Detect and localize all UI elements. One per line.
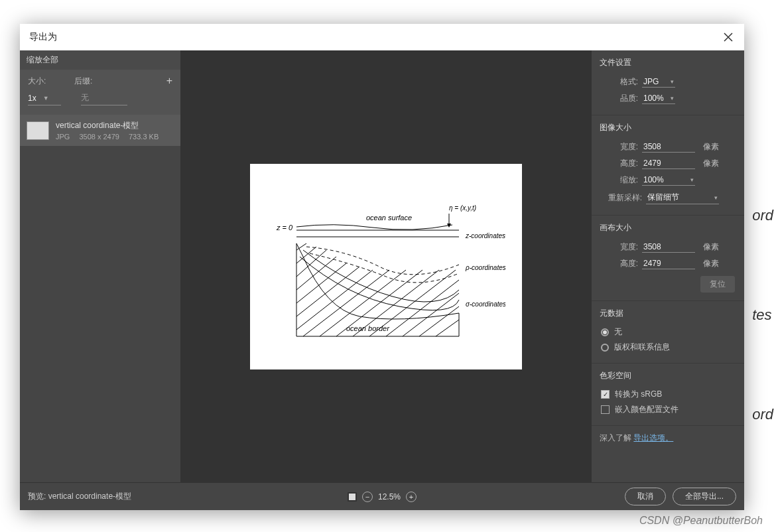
close-button[interactable] [722,31,735,44]
svg-line-24 [436,320,459,336]
preview-area: z = 0 ocean surface η = (x,y,t) z-coordi… [180,50,592,482]
asset-format: JPG [56,133,70,141]
dialog-footer: 预览: vertical coordinate-模型 − 12.5% + 取消 … [20,482,744,510]
zoom-controls: − 12.5% + [348,492,417,502]
learn-more-link[interactable]: 导出选项。 [633,433,673,442]
asset-dimensions: 3508 x 2479 [79,133,119,141]
image-width-input[interactable]: 3508 [642,141,695,153]
add-scale-button[interactable]: + [166,75,172,87]
svg-text:ocean border: ocean border [346,324,390,332]
chevron-down-icon: ▾ [671,95,674,101]
zoom-value: 12.5% [378,492,401,501]
radio-icon [601,328,609,336]
image-scale-select[interactable]: 100%▾ [642,174,695,186]
svg-text:ocean surface: ocean surface [366,214,412,222]
asset-name: vertical coordinate-模型 [56,120,174,131]
checkbox-icon [601,405,610,414]
checkbox-icon: ✓ [601,390,610,399]
quality-select[interactable]: 100%▾ [642,93,675,104]
diagram-svg: z = 0 ocean surface η = (x,y,t) z-coordi… [267,184,505,350]
background-text-fragments: ord tes ord [752,0,776,464]
canvas-width-input[interactable]: 3508 [642,241,695,253]
image-size-title: 图像大小 [592,119,744,139]
zoom-out-button[interactable]: − [362,492,373,502]
chevron-down-icon: ▾ [714,194,718,201]
export-as-dialog: 导出为 缩放全部 大小: 后缀: + 1x▼ 无 [20,24,744,510]
canvas-toggle-icon[interactable] [348,492,357,501]
cancel-button[interactable]: 取消 [625,488,666,505]
dialog-title: 导出为 [29,31,57,43]
resample-select[interactable]: 保留细节▾ [646,191,719,204]
color-space-title: 色彩空间 [592,367,744,387]
metadata-copyright-radio[interactable]: 版权和联系信息 [592,340,744,355]
image-height-input[interactable]: 2479 [642,158,695,169]
preview-label: 预览: vertical coordinate-模型 [28,491,131,502]
suffix-input[interactable]: 无 [81,91,127,105]
format-select[interactable]: JPG▾ [642,76,675,88]
left-panel: 缩放全部 大小: 后缀: + 1x▼ 无 vertical coordinate… [20,50,180,482]
srgb-checkbox[interactable]: ✓转换为 sRGB [592,387,744,402]
metadata-title: 元数据 [592,305,744,324]
svg-text:ρ-coordinates: ρ-coordinates [465,264,505,271]
scale-all-header: 缩放全部 [20,50,180,70]
export-all-button[interactable]: 全部导出... [673,488,736,505]
learn-more-row: 深入了解 导出选项。 [592,426,744,450]
preview-canvas[interactable]: z = 0 ocean surface η = (x,y,t) z-coordi… [250,164,522,369]
canvas-size-title: 画布大小 [592,220,744,239]
dialog-titlebar: 导出为 [20,24,744,50]
metadata-none-radio[interactable]: 无 [592,324,744,340]
svg-line-15 [296,270,373,330]
csdn-watermark: CSDN @PeanutbutterBoh [639,515,763,527]
file-settings-title: 文件设置 [592,54,744,74]
svg-line-14 [296,267,359,316]
size-select[interactable]: 1x▼ [28,91,61,105]
svg-text:z = 0: z = 0 [276,224,293,232]
suffix-label: 后缀: [74,76,107,87]
chevron-down-icon: ▾ [671,78,674,85]
embed-profile-checkbox[interactable]: 嵌入颜色配置文件 [592,402,744,417]
right-panel: 文件设置 格式: JPG▾ 品质: 100%▾ 图像大小 宽度:3508像素 高… [592,50,744,482]
svg-text:z-coordinates: z-coordinates [465,232,505,239]
chevron-down-icon: ▾ [690,176,694,183]
size-label: 大小: [28,76,61,87]
reset-button[interactable]: 复位 [700,276,735,293]
svg-line-23 [419,306,459,336]
asset-filesize: 733.3 KB [129,133,159,141]
svg-text:η = (x,y,t): η = (x,y,t) [449,204,476,212]
asset-item[interactable]: vertical coordinate-模型 JPG 3508 x 2479 7… [20,115,180,146]
zoom-in-button[interactable]: + [406,492,417,502]
svg-line-12 [296,257,336,290]
svg-text:σ-coordinates: σ-coordinates [466,300,505,308]
chevron-down-icon: ▼ [43,95,49,101]
canvas-height-input[interactable]: 2479 [642,258,695,269]
radio-icon [601,344,609,352]
scale-all-box: 大小: 后缀: + 1x▼ 无 [20,70,180,115]
close-icon [724,33,733,42]
asset-thumbnail [27,121,49,140]
